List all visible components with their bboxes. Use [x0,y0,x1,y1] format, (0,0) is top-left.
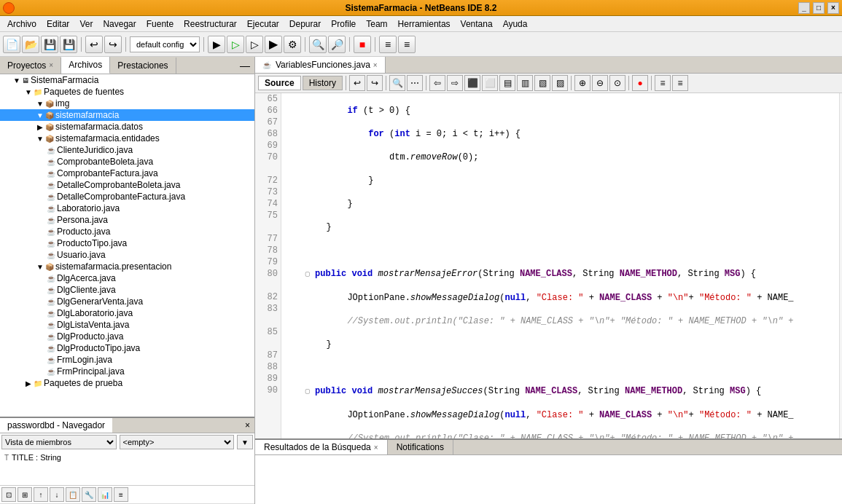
menu-navegar[interactable]: Navegar [98,17,140,31]
save-all-btn[interactable]: 💾 [60,36,77,53]
tree-item-presentacion[interactable]: ▼ 📦 sistemafarmacia.presentacion [0,261,254,272]
panel-close-btn[interactable]: — [235,60,254,71]
nav-tool-6[interactable]: 🔧 [82,487,96,502]
history-tab[interactable]: History [303,76,343,90]
tree-item-datos[interactable]: ▶ 📦 sistemafarmacia.datos [0,121,254,133]
tab-prestaciones[interactable]: Prestaciones [110,58,176,74]
find-btn[interactable]: 🔎 [328,36,346,53]
nav-tool-3[interactable]: ↑ [34,487,48,502]
tree-item-clientejuridico[interactable]: ☕ ClienteJuridico.java [0,144,254,156]
tree-item-entidades[interactable]: ▼ 📦 sistemafarmacia.entidades [0,133,254,144]
ed-btn-10[interactable]: ▨ [552,75,568,91]
view-select[interactable]: Vista de miembros [1,435,117,449]
tree-item-dlgcliente[interactable]: ☕ DlgCliente.java [0,284,254,296]
expand-icon[interactable]: ▼ [35,111,45,119]
search-btn[interactable]: 🔍 [309,36,327,53]
stop-btn[interactable]: ■ [354,36,371,53]
expand-icon[interactable]: ▼ [12,76,22,84]
ed-btn-6[interactable]: ⬜ [482,75,498,91]
misc-btn[interactable]: ≡ [379,36,397,53]
tree-item-img[interactable]: ▼ 📦 img [0,98,254,109]
ed-btn-3[interactable]: ⇦ [429,75,445,91]
tree-item-dlglaboratorio[interactable]: ☕ DlgLaboratorio.java [0,307,254,319]
code-editor[interactable]: if (t > 0) { for (int i = 0; i < t; i++)… [281,93,839,438]
tree-item-frmprincipal[interactable]: ☕ FrmPrincipal.java [0,366,254,377]
ed-btn-breakpoint[interactable]: ● [632,75,648,91]
menu-ayuda[interactable]: Ayuda [499,17,532,31]
tree-item-comprobante-boleta[interactable]: ☕ ComprobanteBoleta.java [0,156,254,168]
ed-btn-11[interactable]: ⊖ [592,75,608,91]
menu-ejecutar[interactable]: Ejecutar [243,17,284,31]
menu-profile[interactable]: Profile [327,17,360,31]
expand-icon[interactable]: ▼ [35,135,45,143]
filter-select[interactable]: <empty> [120,435,235,449]
menu-depurar[interactable]: Depurar [285,17,325,31]
ed-btn-search[interactable]: 🔍 [389,75,405,91]
tree-item-detalle-factura[interactable]: ☕ DetalleComprobanteFactura.java [0,191,254,202]
tree-item-sistemafarmacia-pkg[interactable]: ▼ 📦 sistemafarmacia [0,109,254,121]
run-project-btn[interactable]: ▶ [208,36,225,53]
misc-btn2[interactable]: ≡ [398,36,416,53]
nav-item-title[interactable]: T TITLE : String [1,452,253,462]
nav-tab-passwordbd[interactable]: passwordbd - Navegador [0,418,112,433]
menu-reestructurar[interactable]: Reestructurar [179,17,241,31]
save-btn[interactable]: 💾 [41,36,58,53]
menu-archivo[interactable]: Archivo [3,17,41,31]
tree-item-paquetes-fuentes[interactable]: ▼ 📁 Paquetes de fuentes [0,86,254,98]
tree-item-paquetes-prueba[interactable]: ▶ 📁 Paquetes de prueba [0,377,254,389]
ed-btn-12[interactable]: ⊙ [609,75,625,91]
undo-btn[interactable]: ↩ [85,36,103,53]
ed-btn-5[interactable]: ⬛ [464,75,480,91]
tree-item-producto[interactable]: ☕ Producto.java [0,226,254,237]
expand-icon[interactable]: ▼ [23,88,34,96]
nav-tool-8[interactable]: ≡ [114,487,128,502]
menu-editar[interactable]: Editar [42,17,74,31]
source-tab[interactable]: Source [258,76,301,90]
tab-archivos[interactable]: Archivos [61,57,110,74]
ed-btn-4[interactable]: ⇨ [447,75,463,91]
expand-icon[interactable]: ▼ [35,263,45,271]
nav-action-btn[interactable]: ▼ [237,435,253,449]
nav-tool-7[interactable]: 📊 [98,487,112,502]
tree-item-producto-tipo[interactable]: ☕ ProductoTipo.java [0,237,254,249]
tree-item-frmlogin[interactable]: ☕ FrmLogin.java [0,354,254,366]
menu-team[interactable]: Team [362,17,391,31]
nav-tool-1[interactable]: ⊡ [1,487,16,502]
nav-tool-5[interactable]: 📋 [66,487,80,502]
ed-btn-7[interactable]: ▤ [499,75,515,91]
ed-btn-9[interactable]: ▧ [534,75,550,91]
tree-item-detalle-boleta[interactable]: ☕ DetalleComprobanteBoleta.java [0,179,254,191]
menu-ventana[interactable]: Ventana [456,17,497,31]
expand-icon[interactable]: ▼ [35,100,45,108]
ed-btn-search2[interactable]: ⋯ [407,75,423,91]
minimize-btn[interactable]: _ [798,2,810,14]
test-btn[interactable]: ▷ [246,36,263,53]
ed-btn-8[interactable]: ▥ [517,75,533,91]
menu-herramientas[interactable]: Herramientas [394,17,455,31]
tree-item-dlgacerca[interactable]: ☕ DlgAcerca.java [0,272,254,284]
nav-tool-2[interactable]: ⊞ [17,487,32,502]
tab-proyectos[interactable]: Proyectos × [0,58,61,74]
nav-close-btn[interactable]: × [241,420,254,430]
ed-btn-misc2[interactable]: ≡ [672,75,688,91]
tab-close-icon[interactable]: × [373,61,378,69]
tree-item-comprobante-factura[interactable]: ☕ ComprobanteFactura.java [0,168,254,179]
expand-icon[interactable]: ▶ [35,123,45,131]
tree-item-dlggenerarventa[interactable]: ☕ DlgGenerarVenta.java [0,296,254,307]
editor-tab-variablesfunciones[interactable]: ☕ VariablesFunciones.java × [255,57,386,73]
clean-btn[interactable]: ⚙ [284,36,301,53]
tab-close-search-icon[interactable]: × [374,444,378,452]
tree-item-dlgproducto[interactable]: ☕ DlgProducto.java [0,331,254,342]
menu-ver[interactable]: Ver [75,17,97,31]
tree-item-dlgproductotipo[interactable]: ☕ DlgProductoTipo.java [0,342,254,354]
build-btn[interactable]: ▶ [265,36,282,53]
close-btn[interactable]: × [827,2,839,14]
tree-item-laboratorio[interactable]: ☕ Laboratorio.java [0,202,254,214]
debug-btn[interactable]: ▷ [227,36,244,53]
tree-item-usuario[interactable]: ☕ Usuario.java [0,249,254,261]
maximize-btn[interactable]: □ [813,2,825,14]
menu-fuente[interactable]: Fuente [142,17,178,31]
open-btn[interactable]: 📂 [22,36,39,53]
tree-item-persona[interactable]: ☕ Persona.java [0,214,254,226]
ed-btn-misc[interactable]: ≡ [655,75,671,91]
